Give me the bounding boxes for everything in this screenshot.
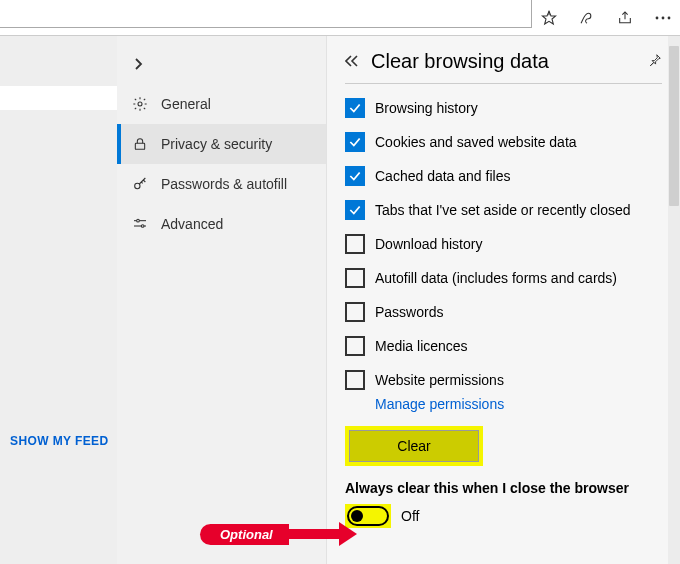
sidebar-item-label: Advanced bbox=[161, 216, 223, 232]
checkbox[interactable] bbox=[345, 268, 365, 288]
checkbox-row[interactable]: Cached data and files bbox=[345, 166, 662, 186]
checkbox[interactable] bbox=[345, 302, 365, 322]
checkbox-row[interactable]: Passwords bbox=[345, 302, 662, 322]
gear-icon bbox=[131, 96, 149, 112]
checkbox[interactable] bbox=[345, 336, 365, 356]
checkbox-label: Cookies and saved website data bbox=[375, 134, 577, 150]
checkbox-label: Website permissions bbox=[375, 372, 504, 388]
manage-permissions-link[interactable]: Manage permissions bbox=[375, 396, 662, 412]
sidebar-item-privacy[interactable]: Privacy & security bbox=[117, 124, 326, 164]
toggle-state-label: Off bbox=[401, 508, 419, 524]
checkbox-row[interactable]: Autofill data (includes forms and cards) bbox=[345, 268, 662, 288]
svg-point-11 bbox=[141, 225, 144, 228]
checkbox[interactable] bbox=[345, 200, 365, 220]
always-clear-title: Always clear this when I close the brows… bbox=[345, 480, 662, 496]
optional-badge: Optional bbox=[200, 524, 289, 545]
settings-panel: Clear browsing data Browsing historyCook… bbox=[327, 36, 680, 564]
checkbox-label: Tabs that I've set aside or recently clo… bbox=[375, 202, 631, 218]
svg-point-7 bbox=[135, 183, 140, 188]
checkbox-row[interactable]: Media licences bbox=[345, 336, 662, 356]
svg-point-3 bbox=[662, 16, 665, 19]
svg-point-5 bbox=[138, 102, 142, 106]
checkbox[interactable] bbox=[345, 98, 365, 118]
lock-icon bbox=[131, 136, 149, 152]
checkbox-label: Browsing history bbox=[375, 100, 478, 116]
favorites-icon[interactable] bbox=[540, 10, 558, 26]
panel-back-icon[interactable] bbox=[345, 54, 359, 70]
sidebar-item-general[interactable]: General bbox=[117, 84, 326, 124]
panel-title: Clear browsing data bbox=[371, 50, 636, 73]
svg-point-9 bbox=[137, 219, 140, 222]
checkbox-label: Passwords bbox=[375, 304, 443, 320]
key-icon bbox=[131, 176, 149, 192]
address-bar[interactable] bbox=[0, 0, 532, 28]
reading-icon[interactable] bbox=[578, 10, 596, 26]
checkbox-label: Media licences bbox=[375, 338, 468, 354]
browser-top-strip bbox=[0, 0, 680, 36]
svg-point-4 bbox=[668, 16, 671, 19]
clear-button[interactable]: Clear bbox=[349, 430, 479, 462]
checkbox-row[interactable]: Tabs that I've set aside or recently clo… bbox=[345, 200, 662, 220]
checkbox-row[interactable]: Browsing history bbox=[345, 98, 662, 118]
checkbox[interactable] bbox=[345, 166, 365, 186]
content-row bbox=[0, 86, 117, 110]
sidebar-forward-button[interactable] bbox=[117, 44, 326, 84]
checkbox-label: Download history bbox=[375, 236, 482, 252]
sidebar-item-label: Privacy & security bbox=[161, 136, 272, 152]
divider bbox=[345, 83, 662, 84]
checkbox-label: Cached data and files bbox=[375, 168, 510, 184]
checkbox[interactable] bbox=[345, 132, 365, 152]
svg-rect-6 bbox=[135, 143, 144, 149]
arrow-icon bbox=[339, 522, 357, 546]
sidebar-item-label: General bbox=[161, 96, 211, 112]
highlight-clear: Clear bbox=[345, 426, 483, 466]
sidebar-item-passwords[interactable]: Passwords & autofill bbox=[117, 164, 326, 204]
more-icon[interactable] bbox=[654, 16, 672, 20]
svg-point-2 bbox=[656, 16, 659, 19]
checkbox[interactable] bbox=[345, 234, 365, 254]
checkbox-row[interactable]: Website permissions bbox=[345, 370, 662, 390]
checkbox-row[interactable]: Cookies and saved website data bbox=[345, 132, 662, 152]
settings-sidebar: General Privacy & security Passwords & a… bbox=[117, 36, 327, 564]
show-my-feed-link[interactable]: SHOW MY FEED bbox=[10, 434, 109, 448]
checkbox-label: Autofill data (includes forms and cards) bbox=[375, 270, 617, 286]
sidebar-item-advanced[interactable]: Advanced bbox=[117, 204, 326, 244]
scrollbar[interactable] bbox=[668, 36, 680, 564]
optional-callout: Optional bbox=[200, 522, 357, 546]
share-icon[interactable] bbox=[616, 10, 634, 26]
sidebar-item-label: Passwords & autofill bbox=[161, 176, 287, 192]
pin-icon[interactable] bbox=[648, 53, 662, 70]
checkbox[interactable] bbox=[345, 370, 365, 390]
page-background: SHOW MY FEED bbox=[0, 36, 117, 564]
checkbox-row[interactable]: Download history bbox=[345, 234, 662, 254]
sliders-icon bbox=[131, 216, 149, 232]
